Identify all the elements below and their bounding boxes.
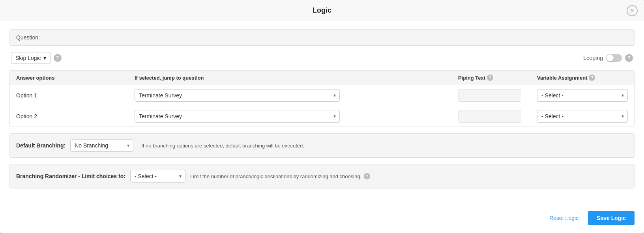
branching-select[interactable]: No Branching xyxy=(70,139,133,152)
branching-label: Default Branching: xyxy=(16,142,66,149)
jump-select-wrapper-2: Terminate Survey xyxy=(135,110,340,123)
variable-help-icon[interactable]: ? xyxy=(589,75,595,81)
randomizer-select-wrapper: - Select - xyxy=(130,170,185,183)
randomizer-info: Limit the number of branch/logic destina… xyxy=(190,173,370,179)
modal-header: Logic × xyxy=(0,0,644,21)
toggle-thumb xyxy=(607,54,614,62)
jump-cell-1: Terminate Survey xyxy=(135,89,458,102)
jump-select-2[interactable]: Terminate Survey xyxy=(135,110,340,123)
col-piping-text: Piping Text ? xyxy=(458,75,537,81)
col-variable-assignment: Variable Assignment ? xyxy=(537,75,628,81)
variable-select-wrapper-2: - Select - xyxy=(537,110,628,123)
piping-input-1[interactable] xyxy=(458,89,521,102)
randomizer-select[interactable]: - Select - xyxy=(130,170,185,183)
table-header: Answer options If selected, jump to ques… xyxy=(10,71,634,85)
question-bar: Question: xyxy=(9,29,635,46)
table-row: Option 2 Terminate Survey - Select xyxy=(10,106,634,127)
looping-toggle[interactable] xyxy=(606,54,622,62)
col-answer-options: Answer options xyxy=(16,75,135,81)
skip-logic-help-icon[interactable]: ? xyxy=(54,54,62,62)
randomizer-section: Branching Randomizer - Limit choices to:… xyxy=(9,164,635,188)
variable-cell-1: - Select - xyxy=(537,89,628,102)
variable-select-2[interactable]: - Select - xyxy=(537,110,628,123)
skip-logic-row: Skip Logic ▾ ? Looping ? xyxy=(9,52,635,64)
modal-footer: Reset Logic Save Logic xyxy=(0,206,644,233)
question-label: Question: xyxy=(16,34,40,41)
randomizer-label: Branching Randomizer - Limit choices to: xyxy=(16,173,125,179)
skip-logic-left: Skip Logic ▾ ? xyxy=(11,52,62,64)
answer-option-2: Option 2 xyxy=(16,113,135,119)
reset-logic-button[interactable]: Reset Logic xyxy=(545,212,583,224)
piping-cell-1 xyxy=(458,89,537,102)
skip-logic-dropdown[interactable]: Skip Logic ▾ xyxy=(11,52,51,64)
save-logic-button[interactable]: Save Logic xyxy=(588,211,635,225)
branching-section: Default Branching: No Branching If no br… xyxy=(9,133,635,158)
variable-select-1[interactable]: - Select - xyxy=(537,89,628,102)
randomizer-help-icon[interactable]: ? xyxy=(364,173,370,179)
modal-body: Question: Skip Logic ▾ ? Looping ? xyxy=(0,21,644,206)
answer-option-1: Option 1 xyxy=(16,92,135,99)
branching-select-wrapper: No Branching xyxy=(70,139,133,152)
logic-modal: Logic × Question: Skip Logic ▾ ? Looping xyxy=(0,0,644,233)
jump-cell-2: Terminate Survey xyxy=(135,110,458,123)
piping-cell-2 xyxy=(458,110,537,123)
close-icon: × xyxy=(630,7,634,14)
branching-info: If no branching options are selected, de… xyxy=(141,143,304,149)
piping-help-icon[interactable]: ? xyxy=(487,75,493,81)
looping-help-icon[interactable]: ? xyxy=(625,54,633,62)
skip-logic-right: Looping ? xyxy=(583,54,633,62)
table-row: Option 1 Terminate Survey - Select xyxy=(10,85,634,106)
piping-input-2[interactable] xyxy=(458,110,521,123)
skip-logic-label: Skip Logic xyxy=(15,55,41,61)
close-button[interactable]: × xyxy=(627,5,638,16)
skip-logic-chevron: ▾ xyxy=(43,55,46,61)
jump-select-1[interactable]: Terminate Survey xyxy=(135,89,340,102)
col-if-selected: If selected, jump to question xyxy=(135,75,458,81)
jump-select-wrapper-1: Terminate Survey xyxy=(135,89,340,102)
modal-title: Logic xyxy=(313,6,331,15)
logic-table: Answer options If selected, jump to ques… xyxy=(9,70,635,127)
looping-label: Looping xyxy=(583,55,603,61)
variable-cell-2: - Select - xyxy=(537,110,628,123)
variable-select-wrapper-1: - Select - xyxy=(537,89,628,102)
